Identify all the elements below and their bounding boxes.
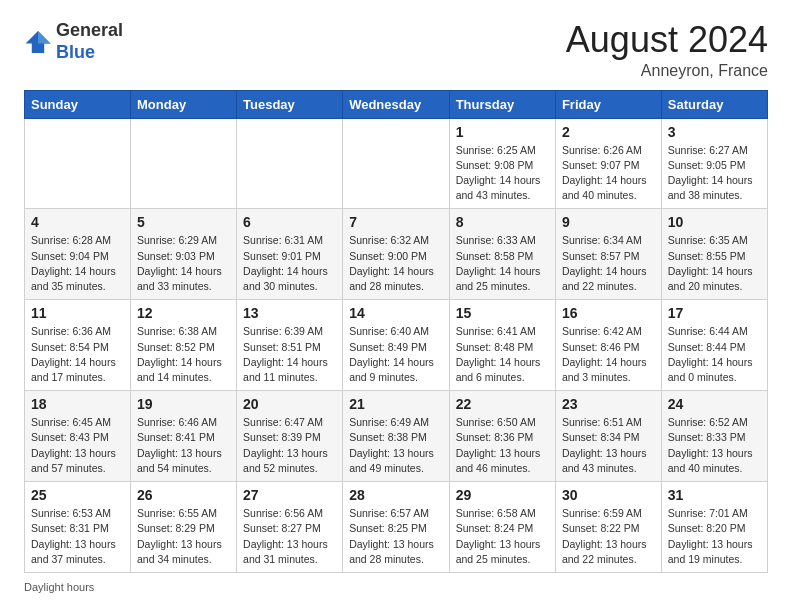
day-info: Sunrise: 6:52 AMSunset: 8:33 PMDaylight:… bbox=[668, 415, 761, 476]
calendar-cell: 20Sunrise: 6:47 AMSunset: 8:39 PMDayligh… bbox=[237, 391, 343, 482]
day-number: 17 bbox=[668, 305, 761, 321]
calendar-cell: 18Sunrise: 6:45 AMSunset: 8:43 PMDayligh… bbox=[25, 391, 131, 482]
day-number: 31 bbox=[668, 487, 761, 503]
day-number: 22 bbox=[456, 396, 549, 412]
calendar-cell: 28Sunrise: 6:57 AMSunset: 8:25 PMDayligh… bbox=[343, 482, 450, 573]
calendar-cell: 13Sunrise: 6:39 AMSunset: 8:51 PMDayligh… bbox=[237, 300, 343, 391]
day-info: Sunrise: 6:45 AMSunset: 8:43 PMDaylight:… bbox=[31, 415, 124, 476]
day-number: 9 bbox=[562, 214, 655, 230]
calendar-cell: 16Sunrise: 6:42 AMSunset: 8:46 PMDayligh… bbox=[555, 300, 661, 391]
day-info: Sunrise: 6:57 AMSunset: 8:25 PMDaylight:… bbox=[349, 506, 443, 567]
location: Anneyron, France bbox=[566, 62, 768, 80]
dow-header-thursday: Thursday bbox=[449, 90, 555, 118]
day-info: Sunrise: 6:58 AMSunset: 8:24 PMDaylight:… bbox=[456, 506, 549, 567]
calendar-cell: 17Sunrise: 6:44 AMSunset: 8:44 PMDayligh… bbox=[661, 300, 767, 391]
month-title: August 2024 bbox=[566, 20, 768, 60]
day-number: 7 bbox=[349, 214, 443, 230]
calendar-cell: 7Sunrise: 6:32 AMSunset: 9:00 PMDaylight… bbox=[343, 209, 450, 300]
day-number: 2 bbox=[562, 124, 655, 140]
dow-header-sunday: Sunday bbox=[25, 90, 131, 118]
week-row-4: 18Sunrise: 6:45 AMSunset: 8:43 PMDayligh… bbox=[25, 391, 768, 482]
svg-marker-1 bbox=[38, 31, 50, 43]
calendar-cell: 30Sunrise: 6:59 AMSunset: 8:22 PMDayligh… bbox=[555, 482, 661, 573]
day-info: Sunrise: 6:33 AMSunset: 8:58 PMDaylight:… bbox=[456, 233, 549, 294]
calendar-cell: 3Sunrise: 6:27 AMSunset: 9:05 PMDaylight… bbox=[661, 118, 767, 209]
day-number: 15 bbox=[456, 305, 549, 321]
day-number: 29 bbox=[456, 487, 549, 503]
day-info: Sunrise: 6:34 AMSunset: 8:57 PMDaylight:… bbox=[562, 233, 655, 294]
day-number: 18 bbox=[31, 396, 124, 412]
day-info: Sunrise: 6:59 AMSunset: 8:22 PMDaylight:… bbox=[562, 506, 655, 567]
day-number: 10 bbox=[668, 214, 761, 230]
calendar-cell: 22Sunrise: 6:50 AMSunset: 8:36 PMDayligh… bbox=[449, 391, 555, 482]
calendar: SundayMondayTuesdayWednesdayThursdayFrid… bbox=[24, 90, 768, 573]
day-number: 19 bbox=[137, 396, 230, 412]
calendar-cell: 27Sunrise: 6:56 AMSunset: 8:27 PMDayligh… bbox=[237, 482, 343, 573]
calendar-cell: 12Sunrise: 6:38 AMSunset: 8:52 PMDayligh… bbox=[131, 300, 237, 391]
calendar-cell: 1Sunrise: 6:25 AMSunset: 9:08 PMDaylight… bbox=[449, 118, 555, 209]
days-of-week-row: SundayMondayTuesdayWednesdayThursdayFrid… bbox=[25, 90, 768, 118]
calendar-cell: 21Sunrise: 6:49 AMSunset: 8:38 PMDayligh… bbox=[343, 391, 450, 482]
day-info: Sunrise: 6:36 AMSunset: 8:54 PMDaylight:… bbox=[31, 324, 124, 385]
day-info: Sunrise: 6:32 AMSunset: 9:00 PMDaylight:… bbox=[349, 233, 443, 294]
day-info: Sunrise: 6:44 AMSunset: 8:44 PMDaylight:… bbox=[668, 324, 761, 385]
footer-label: Daylight hours bbox=[24, 581, 94, 593]
day-number: 1 bbox=[456, 124, 549, 140]
calendar-cell: 29Sunrise: 6:58 AMSunset: 8:24 PMDayligh… bbox=[449, 482, 555, 573]
day-number: 24 bbox=[668, 396, 761, 412]
calendar-body: 1Sunrise: 6:25 AMSunset: 9:08 PMDaylight… bbox=[25, 118, 768, 572]
day-number: 21 bbox=[349, 396, 443, 412]
day-number: 11 bbox=[31, 305, 124, 321]
calendar-cell bbox=[237, 118, 343, 209]
day-info: Sunrise: 6:41 AMSunset: 8:48 PMDaylight:… bbox=[456, 324, 549, 385]
day-info: Sunrise: 6:27 AMSunset: 9:05 PMDaylight:… bbox=[668, 143, 761, 204]
calendar-cell: 11Sunrise: 6:36 AMSunset: 8:54 PMDayligh… bbox=[25, 300, 131, 391]
week-row-1: 1Sunrise: 6:25 AMSunset: 9:08 PMDaylight… bbox=[25, 118, 768, 209]
day-info: Sunrise: 6:53 AMSunset: 8:31 PMDaylight:… bbox=[31, 506, 124, 567]
calendar-cell: 14Sunrise: 6:40 AMSunset: 8:49 PMDayligh… bbox=[343, 300, 450, 391]
dow-header-friday: Friday bbox=[555, 90, 661, 118]
dow-header-monday: Monday bbox=[131, 90, 237, 118]
week-row-5: 25Sunrise: 6:53 AMSunset: 8:31 PMDayligh… bbox=[25, 482, 768, 573]
day-info: Sunrise: 6:35 AMSunset: 8:55 PMDaylight:… bbox=[668, 233, 761, 294]
day-number: 14 bbox=[349, 305, 443, 321]
calendar-cell: 15Sunrise: 6:41 AMSunset: 8:48 PMDayligh… bbox=[449, 300, 555, 391]
day-info: Sunrise: 6:39 AMSunset: 8:51 PMDaylight:… bbox=[243, 324, 336, 385]
calendar-cell: 19Sunrise: 6:46 AMSunset: 8:41 PMDayligh… bbox=[131, 391, 237, 482]
page-header: General Blue August 2024 Anneyron, Franc… bbox=[24, 20, 768, 80]
day-number: 28 bbox=[349, 487, 443, 503]
calendar-cell: 25Sunrise: 6:53 AMSunset: 8:31 PMDayligh… bbox=[25, 482, 131, 573]
day-number: 8 bbox=[456, 214, 549, 230]
calendar-cell bbox=[131, 118, 237, 209]
day-info: Sunrise: 6:31 AMSunset: 9:01 PMDaylight:… bbox=[243, 233, 336, 294]
day-number: 13 bbox=[243, 305, 336, 321]
day-number: 6 bbox=[243, 214, 336, 230]
logo-text-general: General bbox=[56, 20, 123, 40]
day-number: 30 bbox=[562, 487, 655, 503]
week-row-3: 11Sunrise: 6:36 AMSunset: 8:54 PMDayligh… bbox=[25, 300, 768, 391]
day-info: Sunrise: 6:42 AMSunset: 8:46 PMDaylight:… bbox=[562, 324, 655, 385]
logo: General Blue bbox=[24, 20, 123, 63]
day-info: Sunrise: 6:55 AMSunset: 8:29 PMDaylight:… bbox=[137, 506, 230, 567]
calendar-cell bbox=[343, 118, 450, 209]
logo-text-blue: Blue bbox=[56, 42, 95, 62]
day-info: Sunrise: 6:25 AMSunset: 9:08 PMDaylight:… bbox=[456, 143, 549, 204]
dow-header-saturday: Saturday bbox=[661, 90, 767, 118]
day-info: Sunrise: 6:56 AMSunset: 8:27 PMDaylight:… bbox=[243, 506, 336, 567]
day-info: Sunrise: 6:40 AMSunset: 8:49 PMDaylight:… bbox=[349, 324, 443, 385]
day-number: 5 bbox=[137, 214, 230, 230]
day-info: Sunrise: 6:26 AMSunset: 9:07 PMDaylight:… bbox=[562, 143, 655, 204]
day-number: 3 bbox=[668, 124, 761, 140]
week-row-2: 4Sunrise: 6:28 AMSunset: 9:04 PMDaylight… bbox=[25, 209, 768, 300]
calendar-cell: 4Sunrise: 6:28 AMSunset: 9:04 PMDaylight… bbox=[25, 209, 131, 300]
day-number: 23 bbox=[562, 396, 655, 412]
day-info: Sunrise: 6:50 AMSunset: 8:36 PMDaylight:… bbox=[456, 415, 549, 476]
calendar-cell: 5Sunrise: 6:29 AMSunset: 9:03 PMDaylight… bbox=[131, 209, 237, 300]
calendar-cell: 31Sunrise: 7:01 AMSunset: 8:20 PMDayligh… bbox=[661, 482, 767, 573]
day-info: Sunrise: 6:29 AMSunset: 9:03 PMDaylight:… bbox=[137, 233, 230, 294]
title-block: August 2024 Anneyron, France bbox=[566, 20, 768, 80]
day-info: Sunrise: 6:46 AMSunset: 8:41 PMDaylight:… bbox=[137, 415, 230, 476]
calendar-cell bbox=[25, 118, 131, 209]
calendar-cell: 8Sunrise: 6:33 AMSunset: 8:58 PMDaylight… bbox=[449, 209, 555, 300]
day-info: Sunrise: 6:47 AMSunset: 8:39 PMDaylight:… bbox=[243, 415, 336, 476]
